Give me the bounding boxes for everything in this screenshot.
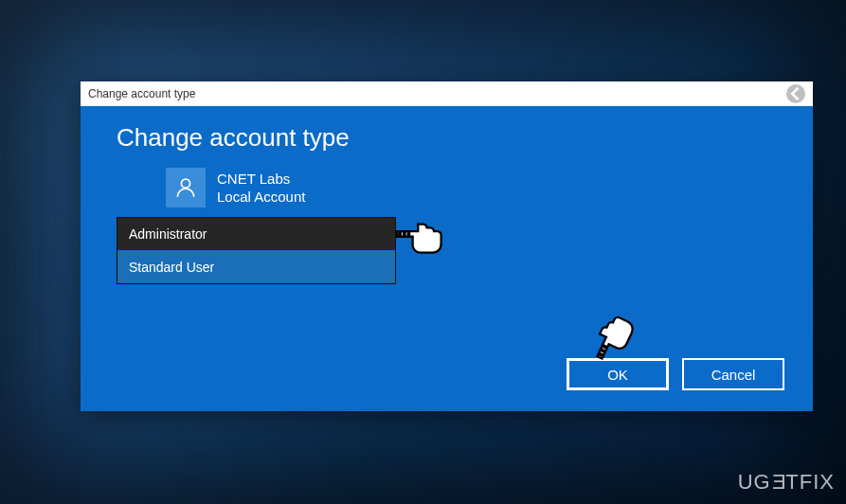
account-type-label: Local Account: [217, 188, 305, 207]
cancel-button[interactable]: Cancel: [682, 358, 784, 390]
watermark: UGETFIX: [738, 470, 835, 495]
account-type-dropdown[interactable]: Administrator Standard User: [117, 217, 396, 284]
avatar: [166, 168, 206, 207]
window-title: Change account type: [88, 87, 195, 100]
chevron-left-icon: [786, 84, 805, 103]
svg-rect-3: [407, 231, 410, 237]
page-title: Change account type: [117, 123, 777, 153]
account-name: CNET Labs: [217, 170, 305, 189]
back-button[interactable]: [786, 84, 805, 103]
user-icon: [173, 175, 198, 200]
svg-rect-2: [403, 231, 405, 237]
dropdown-option-administrator[interactable]: Administrator: [117, 218, 395, 251]
svg-rect-1: [399, 231, 402, 237]
account-text: CNET Labs Local Account: [217, 170, 305, 207]
pointing-hand-icon: [393, 205, 450, 265]
dropdown-option-standard-user[interactable]: Standard User: [117, 251, 395, 283]
titlebar: Change account type: [81, 81, 813, 106]
account-info: CNET Labs Local Account: [166, 168, 777, 207]
svg-point-0: [181, 179, 189, 188]
dialog-content: Change account type CNET Labs Local Acco…: [81, 106, 813, 301]
dialog-buttons: OK Cancel: [567, 358, 784, 390]
